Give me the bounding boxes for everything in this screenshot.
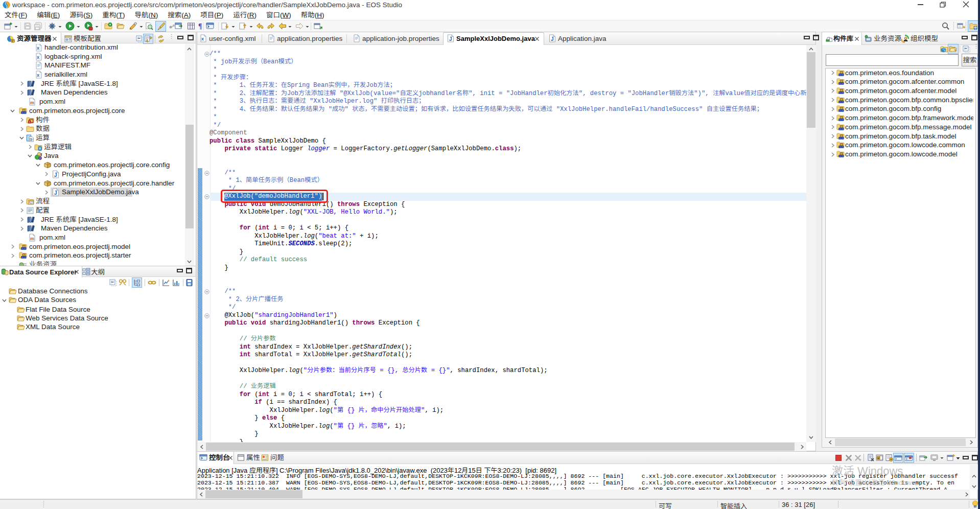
- svg-text:x: x: [37, 73, 39, 78]
- svg-text:x: x: [37, 45, 39, 51]
- svg-text:J: J: [54, 190, 57, 196]
- svg-text:x: x: [37, 55, 39, 60]
- svg-text:m: m: [30, 100, 34, 105]
- svg-text:m: m: [30, 236, 34, 241]
- svg-text:J: J: [54, 172, 57, 177]
- svg-text:30: 30: [30, 138, 33, 141]
- svg-text:J: J: [40, 152, 42, 157]
- svg-text:x: x: [201, 36, 204, 41]
